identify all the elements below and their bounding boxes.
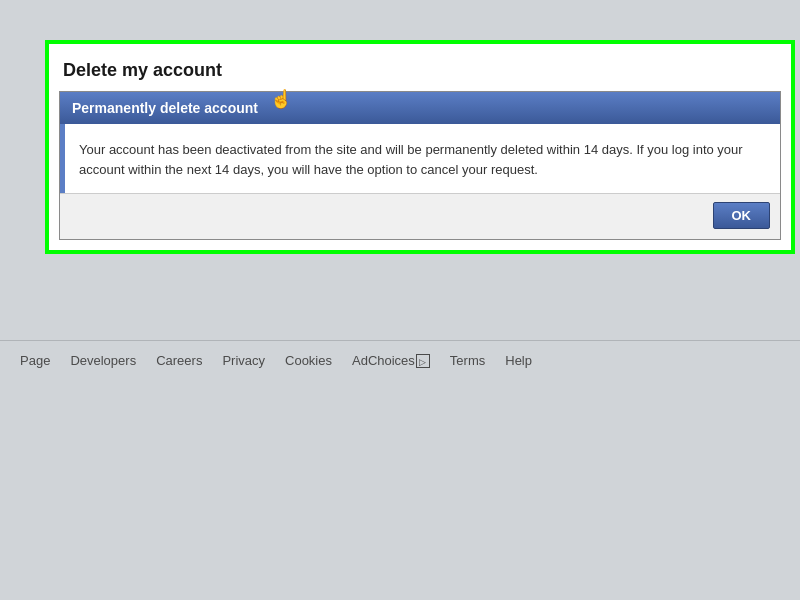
inner-dialog: Permanently delete account Your account … [59,91,781,240]
dialog-message: Your account has been deactivated from t… [79,140,766,179]
dialog-body-content: Your account has been deactivated from t… [65,124,780,193]
dialog-footer: OK [60,193,780,239]
dialog-header: Permanently delete account [60,92,780,124]
footer-link-developers[interactable]: Developers [70,353,136,368]
footer-link-terms[interactable]: Terms [450,353,485,368]
footer-link-cookies[interactable]: Cookies [285,353,332,368]
ok-button[interactable]: OK [713,202,771,229]
adchoices-icon: ▷ [416,354,430,368]
modal-title: Delete my account [59,54,781,91]
footer-link-help[interactable]: Help [505,353,532,368]
footer-link-privacy[interactable]: Privacy [222,353,265,368]
dialog-header-text: Permanently delete account [72,100,258,116]
footer-nav: Page Developers Careers Privacy Cookies … [0,340,800,380]
outer-modal-container: Delete my account Permanently delete acc… [45,40,795,254]
footer-link-careers[interactable]: Careers [156,353,202,368]
page-background: Delete my account Permanently delete acc… [0,0,800,600]
dialog-body-wrapper: Your account has been deactivated from t… [60,124,780,193]
footer-link-adchoices[interactable]: AdChoices [352,353,415,368]
footer-link-page[interactable]: Page [20,353,50,368]
